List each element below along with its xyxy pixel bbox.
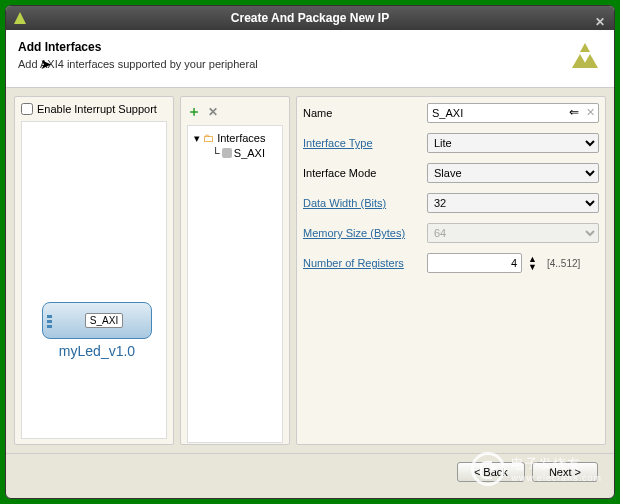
data-width-select[interactable]: 32 [427, 193, 599, 213]
ip-name: myLed_v1.0 [42, 343, 152, 359]
tree-panel: ＋ ✕ ▾ 🗀 Interfaces └ S_AXI [180, 96, 290, 445]
interface-icon [222, 148, 232, 158]
clear-name-icon[interactable]: ✕ [586, 106, 595, 119]
watermark-logo-icon [471, 452, 505, 486]
properties-panel: Name ⇐ ✕ Interface Type Lite Interface M… [296, 96, 606, 445]
row-memory-size: Memory Size (Bytes) 64 [303, 223, 599, 243]
row-data-width: Data Width (Bits) 32 [303, 193, 599, 213]
main-content: Enable Interrupt Support S_AXI myLed_v1.… [6, 88, 614, 453]
vendor-logo-icon [568, 40, 602, 76]
port-pins-icon [47, 315, 52, 328]
svg-marker-3 [572, 54, 588, 68]
ip-port-label: S_AXI [85, 313, 123, 328]
spinner-buttons-icon[interactable]: ▲▼ [528, 255, 537, 271]
wizard-header: Add Interfaces Add AXI4 interfaces suppo… [6, 30, 614, 88]
folder-icon: 🗀 [203, 132, 214, 144]
expand-icon[interactable]: ▾ [194, 132, 200, 144]
add-icon[interactable]: ＋ [187, 103, 201, 119]
block-canvas[interactable]: S_AXI myLed_v1.0 [21, 121, 167, 439]
tree-item-label: S_AXI [234, 147, 265, 159]
label-data-width[interactable]: Data Width (Bits) [303, 197, 421, 209]
cursor-icon: ➤ [40, 56, 52, 72]
tree-root-label: Interfaces [217, 132, 265, 144]
interface-type-select[interactable]: Lite [427, 133, 599, 153]
label-interface-mode: Interface Mode [303, 167, 421, 179]
num-registers-hint: [4..512] [547, 258, 580, 269]
memory-size-select: 64 [427, 223, 599, 243]
delete-icon[interactable]: ✕ [208, 105, 218, 119]
ip-box: S_AXI [42, 302, 152, 339]
tree-branch-icon: └ [212, 147, 220, 159]
label-name: Name [303, 107, 421, 119]
row-interface-mode: Interface Mode Slave [303, 163, 599, 183]
tree-item-saxi[interactable]: └ S_AXI [192, 147, 278, 159]
row-interface-type: Interface Type Lite [303, 133, 599, 153]
dialog-window: Create And Package New IP ✕ Add Interfac… [5, 5, 615, 499]
row-name: Name ⇐ ✕ [303, 103, 599, 123]
tree-root[interactable]: ▾ 🗀 Interfaces [192, 132, 278, 145]
label-memory-size[interactable]: Memory Size (Bytes) [303, 227, 421, 239]
interface-mode-select[interactable]: Slave [427, 163, 599, 183]
watermark: 电子发烧友 www.elecfans.com [471, 452, 602, 486]
close-icon[interactable]: ✕ [592, 10, 608, 26]
row-num-registers: Number of Registers ▲▼ [4..512] [303, 253, 599, 273]
left-panel: Enable Interrupt Support S_AXI myLed_v1.… [14, 96, 174, 445]
watermark-text: 电子发烧友 www.elecfans.com [511, 455, 602, 483]
page-subtitle: Add AXI4 interfaces supported by your pe… [18, 58, 602, 70]
app-icon [12, 10, 28, 26]
window-title: Create And Package New IP [231, 11, 389, 25]
label-interface-type[interactable]: Interface Type [303, 137, 421, 149]
title-bar: Create And Package New IP ✕ [6, 6, 614, 30]
page-title: Add Interfaces [18, 40, 602, 54]
num-registers-spinner[interactable] [427, 253, 522, 273]
enable-interrupt-checkbox[interactable] [21, 103, 33, 115]
svg-marker-1 [580, 43, 590, 52]
tree-toolbar: ＋ ✕ [187, 103, 283, 121]
enable-interrupt-label: Enable Interrupt Support [37, 103, 157, 115]
svg-marker-0 [14, 12, 26, 24]
interfaces-tree[interactable]: ▾ 🗀 Interfaces └ S_AXI [187, 125, 283, 443]
enable-interrupt-row[interactable]: Enable Interrupt Support [21, 103, 167, 115]
ip-block[interactable]: S_AXI myLed_v1.0 [42, 302, 152, 359]
label-num-registers[interactable]: Number of Registers [303, 257, 421, 269]
name-input[interactable] [427, 103, 599, 123]
